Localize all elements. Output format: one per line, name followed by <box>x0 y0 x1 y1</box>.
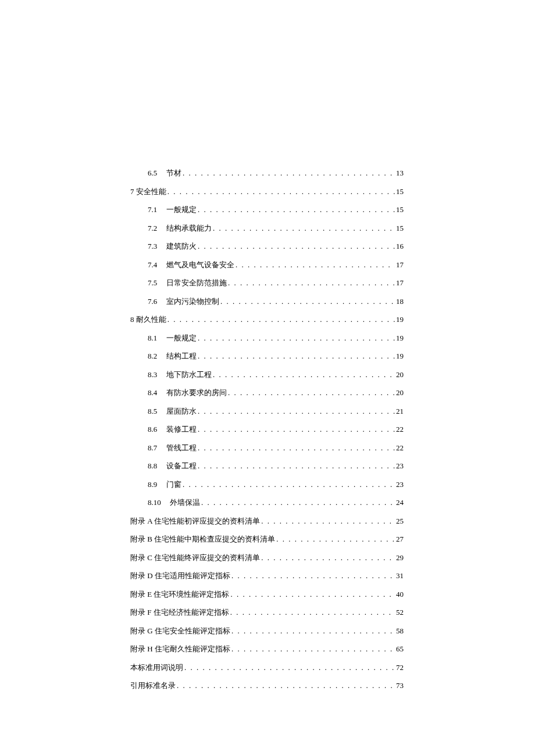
toc-dots: . . . . . . . . . . . . . . . . . . . . … <box>230 570 395 582</box>
toc-number: 8.1 <box>148 332 166 344</box>
toc-dots: . . . . . . . . . . . . . . . . . . . . … <box>229 607 395 618</box>
toc-dots: . . . . . . . . . . . . . . . . . . . . … <box>275 533 395 545</box>
toc-title: 屋面防水 <box>166 406 197 417</box>
toc-page: 19 <box>395 332 404 344</box>
toc-entry: 8.8设备工程. . . . . . . . . . . . . . . . .… <box>130 460 404 472</box>
toc-page: 19 <box>395 350 404 362</box>
toc-entry: 引用标准名录. . . . . . . . . . . . . . . . . … <box>130 680 404 691</box>
toc-entry: 附录 C 住宅性能终评应提交的资料清单 . . . . . . . . . . … <box>130 552 404 564</box>
toc-title: 建筑防火 <box>166 241 197 252</box>
toc-page: 24 <box>395 497 404 508</box>
toc-dots: . . . . . . . . . . . . . . . . . . . . … <box>230 643 395 655</box>
toc-entry: 附录 D 住宅适用性能评定指标 . . . . . . . . . . . . … <box>130 570 404 582</box>
toc-page: 18 <box>395 296 404 307</box>
toc-page: 13 <box>395 167 404 179</box>
toc-number: 8.3 <box>148 369 166 381</box>
toc-title: 一般规定 <box>166 204 197 216</box>
toc-dots: . . . . . . . . . . . . . . . . . . . . … <box>197 442 395 454</box>
toc-page: 20 <box>395 387 404 399</box>
toc-dots: . . . . . . . . . . . . . . . . . . . . … <box>260 552 395 564</box>
toc-dots: . . . . . . . . . . . . . . . . . . . . … <box>197 460 395 472</box>
toc-dots: . . . . . . . . . . . . . . . . . . . . … <box>234 259 395 271</box>
toc-dots: . . . . . . . . . . . . . . . . . . . . … <box>219 296 395 307</box>
toc-number: 7.5 <box>148 277 166 289</box>
toc-entry: 附录 H 住宅耐久性能评定指标 . . . . . . . . . . . . … <box>130 643 404 655</box>
toc-number: 7.1 <box>148 204 166 216</box>
toc-title: 结构承载能力 <box>166 223 212 234</box>
toc-entry: 7.6室内污染物控制. . . . . . . . . . . . . . . … <box>130 296 404 307</box>
toc-dots: . . . . . . . . . . . . . . . . . . . . … <box>260 515 395 527</box>
toc-entry: 附录 G 住宅安全性能评定指标 . . . . . . . . . . . . … <box>130 625 404 637</box>
toc-entry: 7.2结构承载能力. . . . . . . . . . . . . . . .… <box>130 223 404 234</box>
toc-number: 8.8 <box>148 460 166 472</box>
toc-dots: . . . . . . . . . . . . . . . . . . . . … <box>227 387 395 399</box>
toc-dots: . . . . . . . . . . . . . . . . . . . . … <box>197 241 395 252</box>
toc-page: 31 <box>395 570 404 582</box>
toc-appendix-title: 附录 B 住宅性能中期检查应提交的资料清单 <box>130 533 275 545</box>
toc-dots: . . . . . . . . . . . . . . . . . . . . … <box>200 497 395 508</box>
toc-page: 40 <box>395 589 404 600</box>
toc-page: 29 <box>395 552 404 564</box>
toc-dots: . . . . . . . . . . . . . . . . . . . . … <box>197 424 395 435</box>
toc-page: 17 <box>395 259 404 271</box>
toc-entry: 7.3建筑防火. . . . . . . . . . . . . . . . .… <box>130 241 404 252</box>
toc-number: 8.5 <box>148 406 166 417</box>
toc-appendix-title: 附录 C 住宅性能终评应提交的资料清单 <box>130 552 260 564</box>
toc-dots: . . . . . . . . . . . . . . . . . . . . … <box>227 277 395 289</box>
toc-dots: . . . . . . . . . . . . . . . . . . . . … <box>181 167 395 179</box>
toc-page: 19 <box>395 314 404 325</box>
toc-dots: . . . . . . . . . . . . . . . . . . . . … <box>197 332 395 344</box>
toc-entry: 8.1一般规定. . . . . . . . . . . . . . . . .… <box>130 332 404 344</box>
toc-appendix-title: 附录 G 住宅安全性能评定指标 <box>130 625 230 637</box>
toc-entry: 附录 F 住宅经济性能评定指标. . . . . . . . . . . . .… <box>130 607 404 618</box>
toc-title: 外墙保温 <box>170 497 200 508</box>
toc-page: 20 <box>395 369 404 381</box>
toc-title: 燃气及电气设备安全 <box>166 259 234 271</box>
toc-title: 结构工程 <box>166 350 197 362</box>
toc-dots: . . . . . . . . . . . . . . . . . . . . … <box>230 625 395 637</box>
toc-dots: . . . . . . . . . . . . . . . . . . . . … <box>197 406 395 417</box>
toc-dots: . . . . . . . . . . . . . . . . . . . . … <box>212 223 395 234</box>
toc-title: 室内污染物控制 <box>166 296 219 307</box>
toc-dots: . . . . . . . . . . . . . . . . . . . . … <box>212 369 395 381</box>
toc-entry: 8.7管线工程. . . . . . . . . . . . . . . . .… <box>130 442 404 454</box>
toc-appendix-title: 附录 D 住宅适用性能评定指标 <box>130 570 230 582</box>
toc-main-title: 7 安全性能 <box>130 186 166 198</box>
toc-title: 管线工程 <box>166 442 197 454</box>
toc-title: 门窗 <box>166 479 181 490</box>
toc-entry: 附录 A 住宅性能初评应提交的资料清单 . . . . . . . . . . … <box>130 515 404 527</box>
toc-page: 27 <box>395 533 404 545</box>
toc-title: 一般规定 <box>166 332 197 344</box>
toc-appendix-title: 引用标准名录 <box>130 680 176 691</box>
toc-page: 15 <box>395 204 404 216</box>
toc-entry: 附录 E 住宅环境性能评定指标. . . . . . . . . . . . .… <box>130 589 404 600</box>
toc-page: 52 <box>395 607 404 618</box>
toc-entry: 7.1一般规定. . . . . . . . . . . . . . . . .… <box>130 204 404 216</box>
toc-dots: . . . . . . . . . . . . . . . . . . . . … <box>183 662 395 673</box>
toc-title: 装修工程 <box>166 424 197 435</box>
toc-entry: 8.9门窗. . . . . . . . . . . . . . . . . .… <box>130 479 404 490</box>
toc-number: 8.7 <box>148 442 166 454</box>
toc-entry: 8.6装修工程. . . . . . . . . . . . . . . . .… <box>130 424 404 435</box>
toc-appendix-title: 附录 E 住宅环境性能评定指标 <box>130 589 229 600</box>
toc-title: 日常安全防范措施 <box>166 277 227 289</box>
toc-page: 22 <box>395 442 404 454</box>
toc-page: 22 <box>395 424 404 435</box>
toc-entry: 8.4有防水要求的房间. . . . . . . . . . . . . . .… <box>130 387 404 399</box>
toc-title: 节材 <box>166 167 181 179</box>
toc-content: 6.5节材. . . . . . . . . . . . . . . . . .… <box>130 167 404 698</box>
toc-page: 23 <box>395 479 404 490</box>
toc-appendix-title: 附录 F 住宅经济性能评定指标 <box>130 607 229 618</box>
toc-title: 设备工程 <box>166 460 197 472</box>
toc-dots: . . . . . . . . . . . . . . . . . . . . … <box>229 589 395 600</box>
toc-dots: . . . . . . . . . . . . . . . . . . . . … <box>197 204 395 216</box>
toc-entry: 8 耐久性能 . . . . . . . . . . . . . . . . .… <box>130 314 404 325</box>
toc-number: 7.6 <box>148 296 166 307</box>
toc-number: 8.6 <box>148 424 166 435</box>
toc-main-title: 8 耐久性能 <box>130 314 166 325</box>
toc-number: 8.10 <box>148 497 170 508</box>
toc-number: 8.4 <box>148 387 166 399</box>
toc-page: 15 <box>395 186 404 198</box>
toc-number: 8.2 <box>148 350 166 362</box>
toc-entry: 7 安全性能 . . . . . . . . . . . . . . . . .… <box>130 186 404 198</box>
